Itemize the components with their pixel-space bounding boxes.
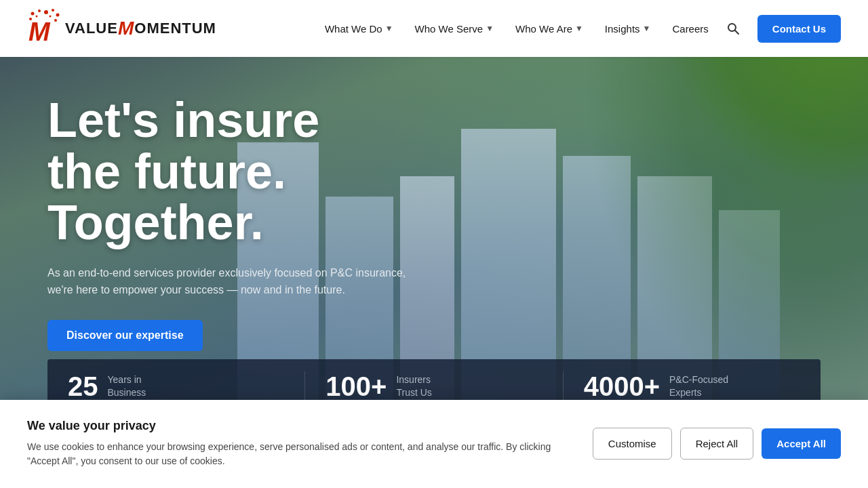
logo[interactable]: M VALUEMOMENTUM <box>27 8 216 49</box>
chevron-down-icon: ▼ <box>486 24 494 33</box>
svg-point-2 <box>38 9 41 12</box>
svg-point-6 <box>54 19 57 22</box>
svg-point-1 <box>31 12 35 16</box>
contact-us-button[interactable]: Contact Us <box>757 15 841 43</box>
hero-content: Let's insure the future. Together. As an… <box>47 95 427 351</box>
stat-item-insurers: 100+ Insurers Trust Us <box>305 371 563 402</box>
svg-point-5 <box>56 14 60 17</box>
chevron-down-icon: ▼ <box>575 24 583 33</box>
search-icon[interactable] <box>721 16 745 41</box>
nav-item-insights[interactable]: Insights ▼ <box>595 18 660 40</box>
chevron-down-icon: ▼ <box>643 24 651 33</box>
nav-item-what-we-do[interactable]: What We Do ▼ <box>315 18 403 40</box>
nav-links: What We Do ▼ Who We Serve ▼ Who We Are ▼… <box>315 15 841 43</box>
customise-button[interactable]: Customise <box>593 428 672 460</box>
cookie-text-area: We value your privacy We use cookies to … <box>27 419 566 469</box>
hero-title: Let's insure the future. Together. <box>47 95 427 249</box>
chevron-down-icon: ▼ <box>385 24 393 33</box>
navbar: M VALUEMOMENTUM What We Do ▼ Who We Serv… <box>0 0 868 57</box>
reject-all-button[interactable]: Reject All <box>680 428 754 460</box>
nav-item-careers[interactable]: Careers <box>663 18 717 40</box>
discover-expertise-button[interactable]: Discover our expertise <box>47 320 203 351</box>
cookie-buttons: Customise Reject All Accept All <box>593 428 841 460</box>
svg-point-8 <box>36 16 38 18</box>
cookie-banner: We value your privacy We use cookies to … <box>0 400 868 488</box>
logo-text: VALUEMOMENTUM <box>65 18 216 39</box>
stat-item-years: 25 Years in Business <box>47 371 305 402</box>
svg-point-7 <box>29 18 32 20</box>
nav-item-who-we-serve[interactable]: Who We Serve ▼ <box>406 18 503 40</box>
svg-point-4 <box>52 9 54 12</box>
nav-item-who-we-are[interactable]: Who We Are ▼ <box>506 18 593 40</box>
cookie-body: We use cookies to enhance your browsing … <box>27 440 566 469</box>
svg-line-11 <box>735 30 738 34</box>
accept-all-button[interactable]: Accept All <box>762 428 841 459</box>
svg-point-9 <box>50 16 52 18</box>
cookie-title: We value your privacy <box>27 419 566 433</box>
stat-item-experts: 4000+ P&C-Focused Experts <box>564 371 821 402</box>
hero-section: Let's insure the future. Together. As an… <box>0 0 868 413</box>
svg-text:M: M <box>28 18 51 46</box>
hero-subtitle: As an end-to-end services provider exclu… <box>47 265 427 299</box>
svg-point-3 <box>44 10 48 14</box>
